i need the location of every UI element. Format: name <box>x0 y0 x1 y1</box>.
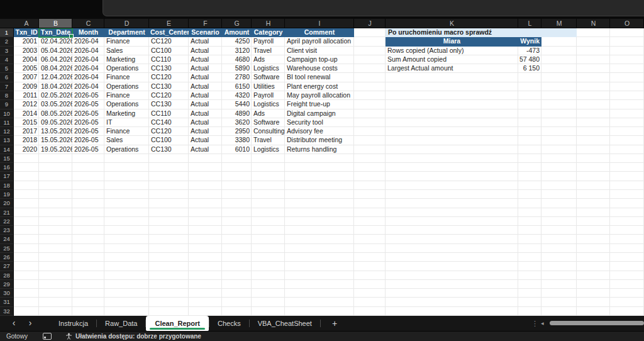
cell-G11[interactable]: 3620 <box>222 118 252 127</box>
row-header-19[interactable]: 19 <box>0 190 13 199</box>
cell-H14[interactable]: Logistics <box>252 145 285 154</box>
row-header-18[interactable]: 18 <box>0 181 13 190</box>
cell-D2[interactable]: Finance <box>104 37 149 46</box>
row-header-2[interactable]: 2 <box>0 37 13 46</box>
hscroll-thumb[interactable] <box>550 321 644 325</box>
cell-D12[interactable]: Finance <box>104 127 149 136</box>
cell-G9[interactable]: 5440 <box>222 100 252 109</box>
check-value-L4[interactable]: 57 480 <box>386 55 541 64</box>
cell-B4[interactable]: 06.04.2026 <box>39 55 72 64</box>
column-header-F[interactable]: F <box>189 19 222 28</box>
row-header-20[interactable]: 20 <box>0 199 13 208</box>
cell-D9[interactable]: Operations <box>104 100 149 109</box>
cell-A8[interactable]: 2011 <box>14 91 39 100</box>
row-header-17[interactable]: 17 <box>0 172 13 181</box>
cell-G14[interactable]: 6010 <box>222 145 252 154</box>
accessibility-icon[interactable] <box>65 333 72 340</box>
cell-D5[interactable]: Operations <box>104 64 149 73</box>
tab-scroll-right-button[interactable]: › <box>25 316 35 331</box>
cell-C8[interactable]: 2026-05 <box>72 91 104 100</box>
cell-B8[interactable]: 02.05.2026 <box>39 91 72 100</box>
cell-H13[interactable]: Travel <box>252 136 285 145</box>
column-header-L[interactable]: L <box>518 19 541 28</box>
cell-A4[interactable]: 2004 <box>14 55 39 64</box>
checks-banner[interactable]: Po uruchomieniu macro sprawdź <box>386 28 577 37</box>
row-header-9[interactable]: 9 <box>0 100 13 109</box>
cell-H7[interactable]: Utilities <box>252 82 285 91</box>
cell-F4[interactable]: Actual <box>189 55 222 64</box>
cell-B11[interactable]: 09.05.2026 <box>39 118 72 127</box>
cell-H12[interactable]: Consulting <box>252 127 285 136</box>
tab-options-dots-icon[interactable]: ⋮ <box>531 316 538 331</box>
tab-vba-cheatsheet[interactable]: VBA_CheatSheet <box>250 316 320 331</box>
cell-C11[interactable]: 2026-05 <box>72 118 104 127</box>
row-header-31[interactable]: 31 <box>0 298 13 306</box>
cell-A13[interactable]: 2018 <box>14 136 39 145</box>
cell-E5[interactable]: CC130 <box>149 64 189 73</box>
cell-G12[interactable]: 2950 <box>222 127 252 136</box>
cell-I12[interactable]: Advisory fee <box>285 127 354 136</box>
cell-I6[interactable]: BI tool renewal <box>285 73 354 82</box>
cell-A14[interactable]: 2020 <box>14 145 39 154</box>
column-header-K[interactable]: K <box>386 19 518 28</box>
accessibility-status-label[interactable]: Ułatwienia dostępu: dobrze przygotowane <box>75 333 201 340</box>
row-header-30[interactable]: 30 <box>0 289 13 298</box>
cell-F3[interactable]: Actual <box>189 47 222 55</box>
cell-B10[interactable]: 08.05.2026 <box>39 109 72 118</box>
cell-H10[interactable]: Ads <box>252 109 285 118</box>
cell-E3[interactable]: CC100 <box>149 47 189 55</box>
cell-H4[interactable]: Ads <box>252 55 285 64</box>
column-header-N[interactable]: N <box>577 19 610 28</box>
header-cell-Category[interactable]: Category <box>252 28 285 37</box>
cell-A3[interactable]: 2003 <box>14 47 39 55</box>
column-header-E[interactable]: E <box>149 19 189 28</box>
new-sheet-button[interactable]: + <box>328 316 341 331</box>
cell-E2[interactable]: CC120 <box>149 37 189 46</box>
cell-D13[interactable]: Sales <box>104 136 149 145</box>
cell-A5[interactable]: 2005 <box>14 64 39 73</box>
hscroll-left-arrow-icon[interactable]: ◀ <box>541 316 544 331</box>
row-header-26[interactable]: 26 <box>0 253 13 262</box>
cell-B13[interactable]: 15.05.2026 <box>39 136 72 145</box>
row-header-28[interactable]: 28 <box>0 271 13 280</box>
cell-C2[interactable]: 2026-04 <box>72 37 104 46</box>
cell-A2[interactable]: 2001 <box>14 37 39 46</box>
checks-header-miara[interactable]: Miara <box>386 37 518 46</box>
row-header-5[interactable]: 5 <box>0 64 13 73</box>
cell-I11[interactable]: Security tool <box>285 118 354 127</box>
cell-F14[interactable]: Actual <box>189 145 222 154</box>
check-value-L5[interactable]: 6 150 <box>386 64 541 73</box>
cell-B2[interactable]: 02.04.2026 <box>39 37 72 46</box>
cell-B3[interactable]: 05.04.2026 <box>39 47 72 55</box>
tab-raw-data[interactable]: Raw_Data <box>97 316 145 331</box>
cell-H6[interactable]: Software <box>252 73 285 82</box>
row-header-32[interactable]: 32 <box>0 307 13 316</box>
header-cell-Txn_Date[interactable]: Txn_Date <box>39 28 72 37</box>
cell-E12[interactable]: CC120 <box>149 127 189 136</box>
cell-I5[interactable]: Warehouse costs <box>285 64 354 73</box>
cell-G6[interactable]: 2780 <box>222 73 252 82</box>
cell-B14[interactable]: 19.05.2026 <box>39 145 72 154</box>
cell-A6[interactable]: 2007 <box>14 73 39 82</box>
cell-G2[interactable]: 4250 <box>222 37 252 46</box>
column-header-H[interactable]: H <box>252 19 285 28</box>
cell-F11[interactable]: Actual <box>189 118 222 127</box>
cell-F2[interactable]: Actual <box>189 37 222 46</box>
column-header-A[interactable]: A <box>14 19 39 28</box>
column-header-G[interactable]: G <box>222 19 252 28</box>
macro-record-icon[interactable] <box>43 333 52 340</box>
row-header-21[interactable]: 21 <box>0 208 13 217</box>
row-header-13[interactable]: 13 <box>0 136 13 145</box>
row-header-8[interactable]: 8 <box>0 91 13 100</box>
cell-C4[interactable]: 2026-04 <box>72 55 104 64</box>
cell-I13[interactable]: Distributor meeting <box>285 136 354 145</box>
cell-C6[interactable]: 2026-04 <box>72 73 104 82</box>
row-header-23[interactable]: 23 <box>0 226 13 235</box>
row-header-16[interactable]: 16 <box>0 163 13 172</box>
cell-F8[interactable]: Actual <box>189 91 222 100</box>
cell-C9[interactable]: 2026-05 <box>72 100 104 109</box>
cell-D8[interactable]: Finance <box>104 91 149 100</box>
row-header-1[interactable]: 1 <box>0 28 13 37</box>
cell-D3[interactable]: Sales <box>104 47 149 55</box>
cell-A12[interactable]: 2017 <box>14 127 39 136</box>
